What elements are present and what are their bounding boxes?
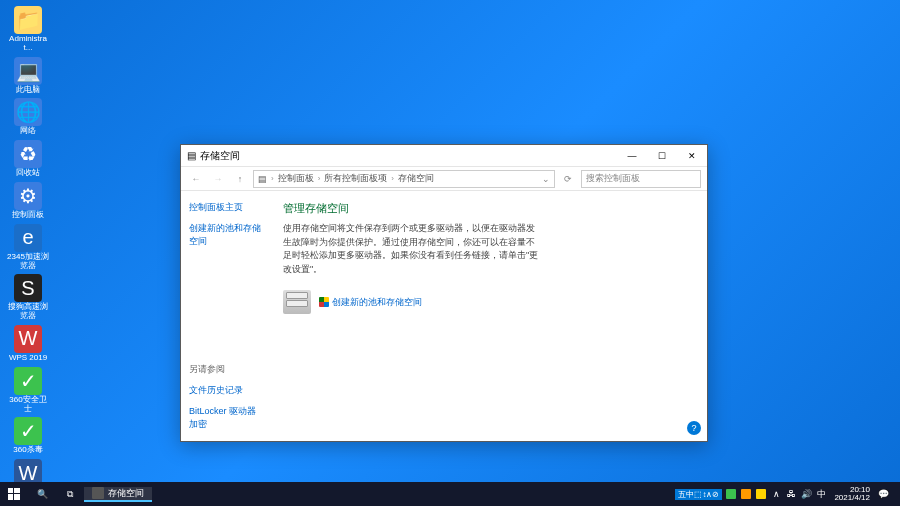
seealso-heading: 另请参阅 [189,363,263,376]
desktop-icon-glyph: e [14,224,42,252]
desktop-icon-label: WPS 2019 [9,354,47,363]
breadcrumb-item[interactable]: 所有控制面板项 [324,172,387,185]
system-tray: 五 中 ⬚ ↕ ∧ ⊘ ∧ 🖧 🔊 中 20:10 2021/4/12 💬 [671,482,900,506]
clock[interactable]: 20:10 2021/4/12 [830,486,874,502]
nav-toolbar: ← → ↑ ▤ › 控制面板 › 所有控制面板项 › 存储空间 ⌄ ⟳ 搜索控制… [181,167,707,191]
refresh-button[interactable]: ⟳ [559,170,577,188]
desktop: 📁Administrat...💻此电脑🌐网络♻回收站⚙控制面板e2345加速浏览… [6,6,50,506]
tray-icon[interactable] [725,488,737,500]
forward-button[interactable]: → [209,170,227,188]
ime-indicator[interactable]: 中 [815,488,827,500]
desktop-icon-glyph: 💻 [14,57,42,85]
desktop-icon-label: Administrat... [6,35,50,53]
task-view-button[interactable]: ⧉ [56,489,84,500]
desktop-icon[interactable]: ✓360安全卫士 [6,367,50,414]
window-title: 存储空间 [200,149,240,163]
maximize-button[interactable]: ☐ [647,145,677,166]
up-button[interactable]: ↑ [231,170,249,188]
breadcrumb-item[interactable]: 控制面板 [278,172,314,185]
seealso-file-history[interactable]: 文件历史记录 [189,384,263,397]
desktop-icon-glyph: ⚙ [14,182,42,210]
action-center-icon[interactable]: 💬 [877,488,889,500]
ime-panel[interactable]: 五 中 ⬚ ↕ ∧ ⊘ [675,489,722,500]
desktop-icon-label: 2345加速浏览器 [6,253,50,271]
taskbar-app-storage[interactable]: 存储空间 [84,487,152,502]
minimize-button[interactable]: — [617,145,647,166]
breadcrumb[interactable]: ▤ › 控制面板 › 所有控制面板项 › 存储空间 ⌄ [253,170,555,188]
desktop-icon[interactable]: WWPS 2019 [6,325,50,363]
tray-icon[interactable] [740,488,752,500]
close-button[interactable]: ✕ [677,145,707,166]
taskbar: 🔍 ⧉ 存储空间 五 中 ⬚ ↕ ∧ ⊘ ∧ 🖧 🔊 中 20:10 2021/… [0,482,900,506]
desktop-icon-label: 网络 [20,127,36,136]
desktop-icon[interactable]: 🌐网络 [6,98,50,136]
network-icon[interactable]: 🖧 [785,488,797,500]
clock-date: 2021/4/12 [834,494,870,502]
desktop-icon-glyph: S [14,274,42,302]
desktop-icon-glyph: ✓ [14,417,42,445]
sidebar-home-link[interactable]: 控制面板主页 [189,201,263,214]
breadcrumb-dropdown[interactable]: ⌄ [542,174,550,184]
create-storage-pool-label: 创建新的池和存储空间 [332,296,422,309]
tray-overflow-icon[interactable]: ∧ [770,488,782,500]
sidebar-create-pool-link[interactable]: 创建新的池和存储空间 [189,222,263,248]
control-panel-window: ▤ 存储空间 — ☐ ✕ ← → ↑ ▤ › 控制面板 › 所有控制面板项 › … [180,144,708,442]
desktop-icon-glyph: 🌐 [14,98,42,126]
storage-disks-icon [283,290,311,314]
seealso-bitlocker[interactable]: BitLocker 驱动器加密 [189,405,263,431]
svg-rect-1 [14,488,20,493]
desktop-icon-glyph: 📁 [14,6,42,34]
back-button[interactable]: ← [187,170,205,188]
desktop-icon-glyph: ✓ [14,367,42,395]
desktop-icon[interactable]: 📁Administrat... [6,6,50,53]
desktop-icon[interactable]: ⚙控制面板 [6,182,50,220]
breadcrumb-item[interactable]: 存储空间 [398,172,434,185]
breadcrumb-root-icon: ▤ [258,174,267,184]
svg-rect-3 [14,494,20,500]
uac-shield-icon [319,297,329,307]
sidebar: 控制面板主页 创建新的池和存储空间 另请参阅 文件历史记录 BitLocker … [181,191,271,441]
help-button[interactable]: ? [687,421,701,435]
desktop-icon-label: 此电脑 [16,86,40,95]
taskbar-app-icon [92,487,104,499]
taskbar-app-label: 存储空间 [108,487,144,500]
titlebar: ▤ 存储空间 — ☐ ✕ [181,145,707,167]
desktop-icon-label: 360安全卫士 [6,396,50,414]
search-input[interactable]: 搜索控制面板 [581,170,701,188]
desktop-icon-label: 搜狗高速浏览器 [6,303,50,321]
search-placeholder: 搜索控制面板 [586,172,640,185]
search-button[interactable]: 🔍 [28,489,56,499]
desktop-icon-glyph: ♻ [14,140,42,168]
desktop-icon[interactable]: ✓360杀毒 [6,417,50,455]
tray-icon[interactable] [755,488,767,500]
desktop-icon[interactable]: S搜狗高速浏览器 [6,274,50,321]
desktop-icon-label: 360杀毒 [13,446,42,455]
desktop-icon-label: 回收站 [16,169,40,178]
main-heading: 管理存储空间 [283,201,695,216]
svg-rect-0 [8,488,13,493]
desktop-icon-glyph: W [14,325,42,353]
main-description: 使用存储空间将文件保存到两个或更多驱动器，以便在驱动器发生故障时为你提供保护。通… [283,222,543,276]
start-button[interactable] [0,488,28,500]
desktop-icon[interactable]: e2345加速浏览器 [6,224,50,271]
create-storage-pool-link[interactable]: 创建新的池和存储空间 [319,296,422,309]
desktop-icon[interactable]: 💻此电脑 [6,57,50,95]
desktop-icon[interactable]: ♻回收站 [6,140,50,178]
window-icon: ▤ [187,150,196,161]
desktop-icon-label: 控制面板 [12,211,44,220]
svg-rect-2 [8,494,13,500]
volume-icon[interactable]: 🔊 [800,488,812,500]
main-pane: 管理存储空间 使用存储空间将文件保存到两个或更多驱动器，以便在驱动器发生故障时为… [271,191,707,441]
